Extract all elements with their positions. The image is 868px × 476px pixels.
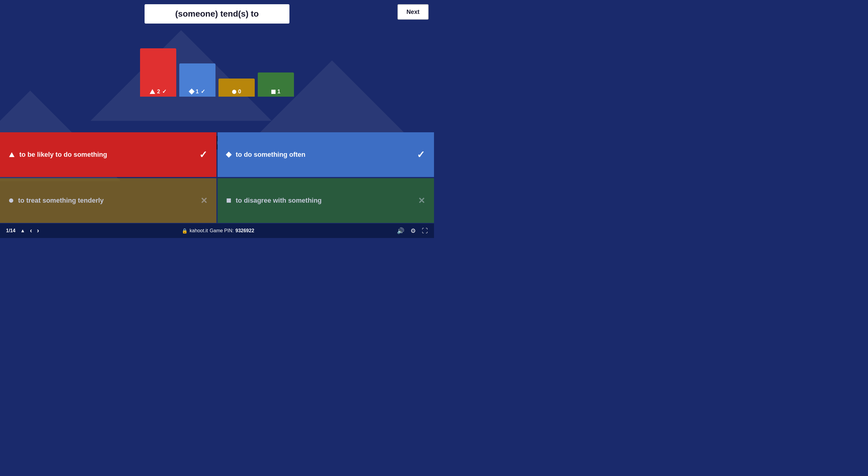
answer-green-cross: ✕ bbox=[418, 196, 425, 206]
footer-left: 1/14 ▲ ‹ › bbox=[6, 227, 39, 235]
question-text: (someone) tend(s) to bbox=[175, 9, 259, 19]
footer-right: 🔊 ⚙ ⛶ bbox=[397, 227, 428, 234]
answer-blue-check: ✓ bbox=[417, 149, 425, 160]
answer-green-text: to disagree with something bbox=[236, 197, 322, 205]
game-pin-label: Game PIN: bbox=[210, 228, 234, 234]
game-pin-value: 9326922 bbox=[236, 228, 254, 234]
bar-green: 1 bbox=[258, 72, 294, 97]
answer-red-check: ✓ bbox=[199, 149, 207, 160]
answer-diamond-icon bbox=[226, 152, 232, 158]
answer-gold-text: to treat something tenderly bbox=[18, 197, 104, 205]
volume-icon[interactable]: 🔊 bbox=[397, 227, 404, 234]
answer-red[interactable]: to be likely to do something ✓ bbox=[0, 132, 216, 177]
progress-text: 1/14 bbox=[6, 228, 16, 234]
bar-red: 2 ✓ bbox=[140, 48, 176, 97]
answer-triangle-icon bbox=[9, 152, 14, 157]
answer-green[interactable]: to disagree with something ✕ bbox=[218, 178, 434, 223]
diamond-icon bbox=[189, 89, 195, 94]
answer-blue-text: to do something often bbox=[236, 151, 305, 158]
next-button[interactable]: Next bbox=[398, 4, 429, 20]
answer-gold-cross: ✕ bbox=[200, 196, 207, 206]
answer-square-icon bbox=[227, 199, 231, 203]
settings-icon[interactable]: ⚙ bbox=[410, 227, 416, 234]
site-text: kahoot.it bbox=[189, 228, 208, 234]
answer-gold[interactable]: to treat something tenderly ✕ bbox=[0, 178, 216, 223]
answer-blue[interactable]: to do something often ✓ bbox=[218, 132, 434, 177]
answers-grid: to be likely to do something ✓ to do som… bbox=[0, 132, 434, 223]
circle-icon bbox=[232, 90, 236, 94]
answer-red-text: to be likely to do something bbox=[19, 151, 107, 158]
bar-gold: 0 bbox=[218, 79, 255, 97]
next-nav-button[interactable]: › bbox=[37, 227, 39, 235]
footer-center: 🔒 kahoot.it Game PIN: 9326922 bbox=[182, 228, 254, 234]
footer-bar: 1/14 ▲ ‹ › 🔒 kahoot.it Game PIN: 9326922… bbox=[0, 224, 434, 238]
square-icon bbox=[271, 90, 276, 94]
answer-circle-icon bbox=[9, 199, 13, 203]
prev-button[interactable]: ‹ bbox=[30, 227, 32, 235]
lock-icon: 🔒 bbox=[182, 228, 188, 234]
fullscreen-icon[interactable]: ⛶ bbox=[422, 228, 428, 234]
question-box: (someone) tend(s) to bbox=[145, 4, 289, 24]
chart-area: 2 ✓ 1 ✓ 0 1 bbox=[140, 36, 294, 97]
triangle-icon bbox=[150, 89, 155, 94]
bar-blue: 1 ✓ bbox=[179, 63, 216, 97]
progress-triangle-icon: ▲ bbox=[20, 228, 25, 234]
